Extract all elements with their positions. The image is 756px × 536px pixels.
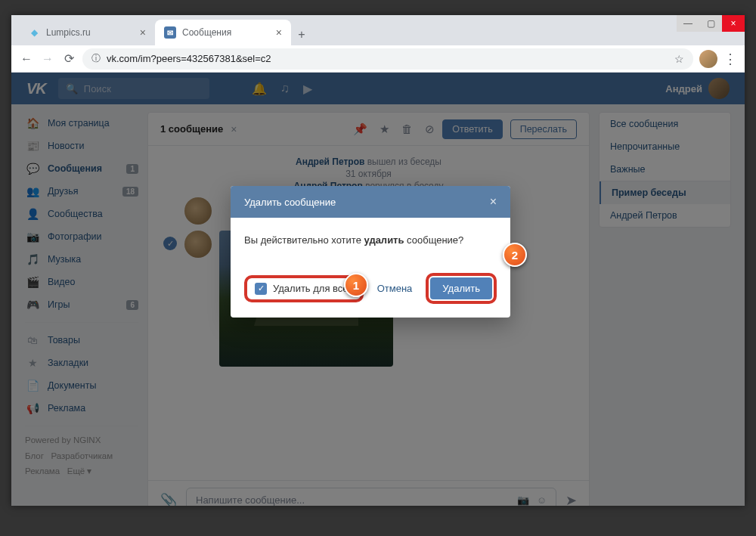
close-icon[interactable]: × xyxy=(490,195,497,209)
profile-avatar[interactable] xyxy=(699,50,717,68)
close-icon[interactable]: × xyxy=(140,26,146,39)
close-icon[interactable]: × xyxy=(276,26,282,39)
delete-button-highlight: Удалить xyxy=(426,273,497,304)
back-button[interactable]: ← xyxy=(19,51,34,67)
maximize-button[interactable]: ▢ xyxy=(699,15,722,32)
modal-title: Удалить сообщение xyxy=(244,197,336,208)
browser-tab-lumpics[interactable]: ◆ Lumpics.ru × xyxy=(19,20,155,45)
minimize-button[interactable]: — xyxy=(677,15,699,32)
reload-button[interactable]: ⟳ xyxy=(61,51,76,67)
cancel-button[interactable]: Отмена xyxy=(370,278,420,299)
new-tab-button[interactable]: + xyxy=(291,24,312,45)
modal-text: Вы действительно хотите xyxy=(244,234,364,246)
window-close-button[interactable]: × xyxy=(722,15,745,32)
star-icon[interactable]: ☆ xyxy=(674,53,684,65)
page-content: VK 🔍 Поиск 🔔 ♫ ▶ Андрей 🏠Моя страница 📰Н… xyxy=(11,73,745,506)
checkbox-checked-icon: ✓ xyxy=(255,283,267,295)
omnibox[interactable]: ⓘ vk.com/im?peers=432567381&sel=c2 ☆ xyxy=(82,48,693,70)
tab-title: Lumpics.ru xyxy=(46,27,91,38)
globe-icon: ◆ xyxy=(28,26,40,39)
callout-2: 2 xyxy=(503,243,527,267)
delete-message-modal: Удалить сообщение × Вы действительно хот… xyxy=(231,186,510,318)
delete-button[interactable]: Удалить xyxy=(430,277,492,299)
checkbox-label: Удалить для всех xyxy=(273,283,353,294)
modal-body: Вы действительно хотите удалить сообщени… xyxy=(231,218,510,262)
url-text: vk.com/im?peers=432567381&sel=c2 xyxy=(107,53,271,64)
tab-title: Сообщения xyxy=(182,27,231,38)
modal-footer: ✓ Удалить для всех Отмена Удалить xyxy=(231,262,510,318)
modal-text: сообщение? xyxy=(404,234,463,246)
browser-titlebar: ◆ Lumpics.ru × ✉ Сообщения × + — ▢ × xyxy=(11,15,745,45)
vk-icon: ✉ xyxy=(164,26,176,39)
menu-icon[interactable]: ⋮ xyxy=(723,51,737,67)
modal-header: Удалить сообщение × xyxy=(231,186,510,218)
address-bar: ← → ⟳ ⓘ vk.com/im?peers=432567381&sel=c2… xyxy=(11,45,745,73)
forward-button: → xyxy=(40,51,55,67)
callout-1: 1 xyxy=(344,273,368,297)
browser-tab-messages[interactable]: ✉ Сообщения × xyxy=(155,20,291,45)
modal-text-bold: удалить xyxy=(364,234,404,246)
lock-icon: ⓘ xyxy=(91,52,101,65)
